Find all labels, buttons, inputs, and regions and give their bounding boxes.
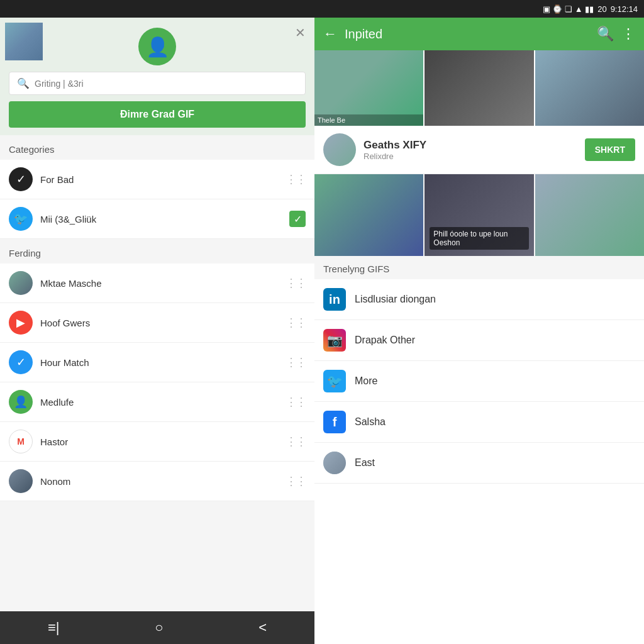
drag-handle: ⋮⋮ [286,172,306,186]
start-button[interactable]: SHKRT [585,138,635,161]
person-icon: 👤 [146,36,169,58]
list-item[interactable]: 🐦 Mii (3&_Gliük ✓ [0,199,314,239]
right-header: ← Inpited 🔍 ⋮ [314,18,644,50]
status-icons: ▣ ⌚ ❏ ▲ ▮▮ [543,4,594,14]
list-item[interactable]: ✓ For Bad ⋮⋮ [0,160,314,199]
photo-cell-mid-2: Phill óoole to upe loun Oeshon [425,174,533,256]
feed-icon-hoof: ▶ [9,311,33,335]
drag-handle: ⋮⋮ [286,395,306,409]
east-person-icon [323,452,346,474]
instagram-icon: 📷 [323,329,346,352]
profile-name: Geaths XIFY [364,139,577,152]
category-label-for-bad: For Bad [40,174,278,185]
share-label-instagram: Drapak Other [355,335,415,346]
category-icon-for-bad: ✓ [9,167,33,191]
overlay-text: Phill óoole to upe loun Oeshon [430,227,528,250]
more-header-icon[interactable]: ⋮ [621,26,635,42]
top-photo-grid: Thele Be [314,50,644,126]
share-item-twitter[interactable]: 🐦 More [314,361,644,402]
battery-level: 20 [597,4,606,14]
avatar-circle: 👤 [138,28,176,65]
close-button[interactable]: ✕ [295,25,306,40]
feed-icon-hastor: M [9,430,33,453]
linkedin-icon: in [323,288,346,311]
left-panel: 👤 ✕ 🔍 Ðimre Grad GIF Categories ✓ For Ba… [0,18,314,644]
menu-nav-icon[interactable]: ≡| [48,619,60,636]
feeding-label: Ferding [0,239,314,264]
photo-cell-mid-3 [535,174,644,256]
drag-handle: ⋮⋮ [286,474,306,488]
feed-label-hour-match: Hour Match [40,357,278,368]
twitter-icon: 🐦 [323,370,346,392]
home-nav-icon[interactable]: ○ [155,619,163,636]
share-list: in Lisdlusiar diongan 📷 Drapak Other 🐦 M… [314,279,644,644]
list-item[interactable]: 👤 Medlufe ⋮⋮ [0,382,314,422]
photo-cell-2 [425,50,533,126]
facebook-icon: f [323,411,346,433]
feed-label-hoof: Hoof Gwers [40,318,278,328]
left-header: 👤 ✕ 🔍 Ðimre Grad GIF [0,18,314,135]
share-item-linkedin[interactable]: in Lisdlusiar diongan [314,279,644,320]
search-icon: 🔍 [17,77,30,89]
drag-handle: ⋮⋮ [286,316,306,330]
drag-handle: ⋮⋮ [286,435,306,448]
main-action-button[interactable]: Ðimre Grad GIF [9,101,306,128]
profile-sub: Relixdre [364,152,577,161]
list-item[interactable]: Mktae Masche ⋮⋮ [0,264,314,303]
share-item-instagram[interactable]: 📷 Drapak Other [314,320,644,361]
share-label-facebook: Salsha [355,416,386,428]
list-item[interactable]: M Hastor ⋮⋮ [0,422,314,462]
share-label-linkedin: Lisdlusiar diongan [355,294,436,305]
search-bar: 🔍 [9,72,306,95]
photo-label-1: Thele Be [314,114,423,126]
search-input[interactable] [35,79,297,89]
list-item[interactable]: Nonom ⋮⋮ [0,462,314,501]
right-panel-title: Inpited [345,27,589,42]
category-icon-mii: 🐦 [9,207,33,231]
categories-label: Categories [0,135,314,160]
feed-label-medlufe: Medlufe [40,397,278,408]
status-time: 9:12:14 [611,4,638,14]
status-bar: ▣ ⌚ ❏ ▲ ▮▮ 20 9:12:14 [0,0,644,18]
right-panel: ← Inpited 🔍 ⋮ Thele Be Geaths XIFY [314,18,644,644]
feed-icon-nonom [9,469,33,493]
photo-cell-3 [535,50,644,126]
mid-photo-grid: Phill óoole to upe loun Oeshon [314,174,644,256]
list-item[interactable]: ✓ Hour Match ⋮⋮ [0,343,314,382]
share-item-facebook[interactable]: f Salsha [314,402,644,443]
photo-cell-1: Thele Be [314,50,423,126]
photo-cell-mid-1 [314,174,423,256]
checkbox-mii[interactable]: ✓ [289,211,306,227]
back-icon[interactable]: ← [323,26,337,42]
trending-label: Trenelyng GIFS [314,257,644,279]
feed-icon-medlufe: 👤 [9,390,33,414]
drag-handle: ⋮⋮ [286,355,306,369]
back-nav-icon[interactable]: < [258,619,267,636]
category-label-mii: Mii (3&_Gliük [40,214,282,225]
drag-handle: ⋮⋮ [286,276,306,290]
feed-label-hastor: Hastor [40,436,278,447]
share-label-twitter: More [355,375,377,387]
profile-avatar [323,133,356,166]
feed-icon-hour-match: ✓ [9,350,33,374]
feed-label-mktae: Mktae Masche [40,278,278,289]
share-label-east: East [355,457,375,469]
main-content: 👤 ✕ 🔍 Ðimre Grad GIF Categories ✓ For Ba… [0,18,644,644]
profile-info: Geaths XIFY Relixdre [364,139,577,161]
left-scroll-area: Categories ✓ For Bad ⋮⋮ 🐦 Mii (3&_Gliük … [0,135,314,611]
feed-icon-mktae [9,271,33,295]
list-item[interactable]: ▶ Hoof Gwers ⋮⋮ [0,303,314,343]
thumbnail-photo [5,23,43,60]
search-header-icon[interactable]: 🔍 [597,26,614,42]
nav-bar: ≡| ○ < [0,611,314,644]
share-item-east[interactable]: East [314,443,644,484]
feed-label-nonom: Nonom [40,476,278,487]
profile-row: Geaths XIFY Relixdre SHKRT [314,126,644,174]
